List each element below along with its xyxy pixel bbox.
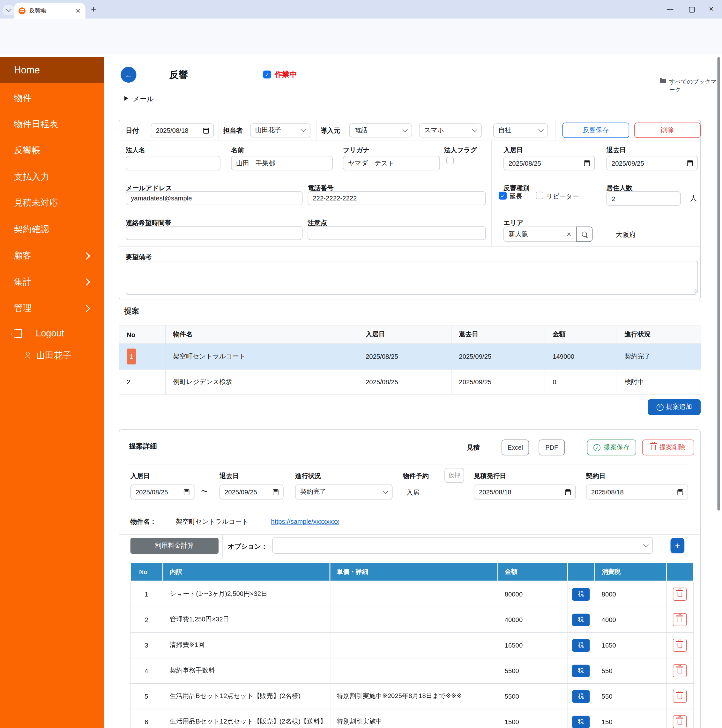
browser-tab[interactable]: 反響帳 ✕ <box>14 3 85 18</box>
add-proposal-label: 提案追加 <box>666 403 692 411</box>
staff-select[interactable]: 山田花子 <box>250 124 310 138</box>
corp-flag-checkbox[interactable] <box>446 157 454 164</box>
resize-handle-icon[interactable] <box>692 289 696 294</box>
sidebar-item-aggregate[interactable]: 集計 <box>0 272 104 291</box>
moveout-date-input[interactable]: 2025/09/25 <box>606 156 698 170</box>
tab-close-icon[interactable]: ✕ <box>75 7 81 14</box>
cell-property: 例町レジデンス桜坂 <box>165 369 358 395</box>
sidebar-logout[interactable]: Logout <box>0 324 104 343</box>
kana-input[interactable]: ヤマダ テスト <box>343 156 440 170</box>
delete-proposal-button[interactable]: 提案削除 <box>642 439 694 455</box>
sidebar-item-admin[interactable]: 管理 <box>0 299 104 318</box>
col-desc: 内訳 <box>163 563 330 581</box>
sidebar-item-customers[interactable]: 顧客 <box>0 246 104 265</box>
repeater-checkbox[interactable] <box>536 192 543 199</box>
new-tab-button[interactable]: + <box>91 4 96 14</box>
detail-movein-input[interactable]: 2025/08/25 <box>130 485 195 500</box>
delete-item-button[interactable] <box>673 639 687 652</box>
tax-button[interactable]: 税 <box>572 716 589 728</box>
delete-item-button[interactable] <box>673 690 687 703</box>
cell-no: 3 <box>130 633 163 658</box>
pdf-button[interactable]: PDF <box>539 439 565 455</box>
cell-amount: 149000 <box>545 344 617 369</box>
tab-search-button[interactable] <box>3 5 14 15</box>
remarks-textarea[interactable] <box>126 261 698 295</box>
tax-button[interactable]: 税 <box>572 664 589 677</box>
fee-calc-button[interactable]: 利用料金計算 <box>130 538 218 554</box>
tax-button[interactable]: 税 <box>572 639 589 652</box>
delete-response-button[interactable]: 削除 <box>634 122 701 138</box>
tax-button[interactable]: 税 <box>572 613 589 626</box>
add-proposal-button[interactable]: +提案追加 <box>648 399 701 415</box>
cell-status: 検討中 <box>617 369 701 395</box>
col-no: No <box>130 563 163 581</box>
delete-item-button[interactable] <box>673 613 687 626</box>
calendar-icon <box>687 160 693 166</box>
date-input[interactable]: 2025/08/18 <box>151 124 214 138</box>
sidebar-user[interactable]: 山田花子 <box>0 346 104 365</box>
caution-input[interactable] <box>308 226 485 240</box>
tax-button[interactable]: 税 <box>572 690 589 702</box>
residents-input[interactable]: 2 <box>606 191 681 205</box>
add-option-button[interactable]: + <box>671 538 685 554</box>
back-button[interactable]: ← <box>121 67 136 83</box>
delete-item-button[interactable] <box>673 587 687 601</box>
area-input[interactable]: 新大阪× <box>504 226 576 242</box>
trash-icon <box>677 617 682 622</box>
mail-section-label[interactable]: メール <box>133 95 154 104</box>
excel-button[interactable]: Excel <box>502 439 529 455</box>
contract-date-input[interactable]: 2025/08/18 <box>586 485 688 500</box>
working-label: 作業中 <box>275 70 297 80</box>
working-checkbox[interactable]: ✓ <box>263 70 271 78</box>
sidebar-item-hankyocho[interactable]: 反響帳 <box>0 141 104 159</box>
sidebar-item-payment[interactable]: 支払入力 <box>0 168 104 186</box>
all-bookmarks-label[interactable]: すべてのブックマーク <box>669 78 722 93</box>
name-input[interactable]: 山田 手巣都 <box>231 156 333 170</box>
option-select[interactable] <box>272 537 653 554</box>
user-icon <box>24 352 32 359</box>
cell-amount: 5500 <box>498 684 568 709</box>
source-select-3[interactable]: 自社 <box>493 124 548 138</box>
delete-item-button[interactable] <box>673 715 687 728</box>
corp-name-input[interactable] <box>126 156 220 170</box>
sidebar-item-bukken[interactable]: 物件 <box>0 89 104 107</box>
detail-moveout-label: 退去日 <box>220 472 239 480</box>
tax-button[interactable]: 税 <box>572 588 589 600</box>
detail-status-label: 進行状況 <box>295 472 321 480</box>
detail-moveout-input[interactable]: 2025/09/25 <box>220 485 284 500</box>
movein-date-input[interactable]: 2025/08/25 <box>504 156 595 170</box>
clear-icon[interactable]: × <box>566 229 571 239</box>
phone-input[interactable]: 222-2222-2222 <box>308 191 485 205</box>
email-input[interactable]: yamadatest@sample <box>126 191 302 205</box>
trash-icon <box>677 668 682 673</box>
proposal-row[interactable]: 2 例町レジデンス桜坂 2025/08/25 2025/09/25 0 検討中 <box>119 369 701 395</box>
sidebar-item-estimate-pending[interactable]: 見積未対応 <box>0 193 104 212</box>
window-maximize-button[interactable] <box>689 7 695 12</box>
mail-expand-triangle-icon[interactable] <box>124 96 128 101</box>
source-select-2[interactable]: スマホ <box>419 124 481 138</box>
area-value: 新大阪 <box>508 230 528 239</box>
save-response-button[interactable]: 反響保存 <box>562 122 629 138</box>
detail-status-select[interactable]: 契約完了 <box>295 485 392 500</box>
save-proposal-label: 提案保存 <box>604 443 629 452</box>
bookmarks-folder-icon[interactable] <box>660 79 666 83</box>
source-select-1[interactable]: 電話 <box>350 124 412 138</box>
proposal-row-selected[interactable]: 1 架空町セントラルコート 2025/08/25 2025/09/25 1490… <box>119 344 701 369</box>
window-close-button[interactable]: × <box>709 5 713 14</box>
hold-button[interactable]: 仮押 <box>444 468 464 483</box>
delete-item-button[interactable] <box>673 664 687 677</box>
sidebar-item-bukken-schedule[interactable]: 物件日程表 <box>0 115 104 134</box>
save-proposal-button[interactable]: ✓提案保存 <box>587 439 636 455</box>
sidebar-item-home[interactable]: Home <box>0 57 104 83</box>
area-search-button[interactable] <box>576 226 592 242</box>
issue-date-input[interactable]: 2025/08/18 <box>474 485 576 500</box>
page-scrollbar-thumb[interactable] <box>717 57 720 511</box>
property-link[interactable]: https://sample/xxxxxxxx <box>271 518 339 525</box>
cell-desc: 清掃費※1回 <box>163 633 330 658</box>
contact-time-input[interactable] <box>126 226 302 240</box>
cell-no: 6 <box>130 709 163 728</box>
sidebar-item-contract-check[interactable]: 契約確認 <box>0 220 104 239</box>
extend-checkbox[interactable]: ✓ <box>499 192 507 200</box>
kana-label: フリガナ <box>343 146 369 154</box>
window-minimize-button[interactable]: — <box>667 5 673 12</box>
